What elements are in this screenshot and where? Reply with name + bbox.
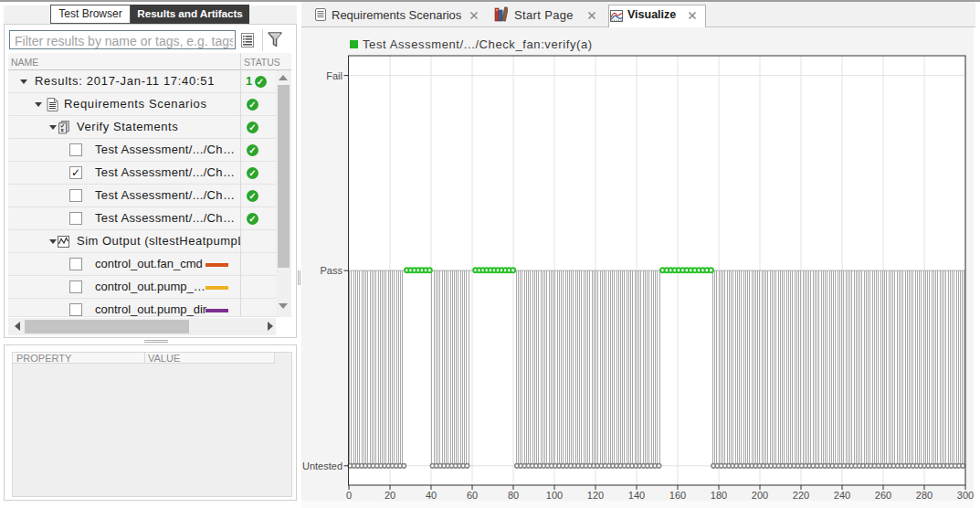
svg-text:280: 280 bbox=[916, 490, 933, 501]
svg-text:160: 160 bbox=[669, 490, 686, 501]
svg-text:80: 80 bbox=[508, 490, 519, 501]
svg-text:120: 120 bbox=[587, 490, 604, 501]
svg-text:Untested: Untested bbox=[302, 460, 342, 471]
svg-text:20: 20 bbox=[385, 490, 395, 501]
svg-text:Pass: Pass bbox=[321, 265, 343, 276]
svg-text:Fail: Fail bbox=[326, 70, 342, 81]
svg-text:180: 180 bbox=[711, 490, 727, 501]
svg-text:260: 260 bbox=[875, 490, 891, 501]
svg-text:100: 100 bbox=[546, 490, 563, 501]
svg-text:240: 240 bbox=[834, 490, 850, 501]
svg-text:140: 140 bbox=[628, 490, 645, 501]
svg-text:60: 60 bbox=[467, 490, 478, 501]
svg-text:200: 200 bbox=[752, 490, 768, 501]
svg-text:220: 220 bbox=[793, 490, 809, 501]
svg-text:40: 40 bbox=[426, 490, 437, 501]
svg-text:300: 300 bbox=[957, 490, 974, 501]
svg-text:0: 0 bbox=[346, 490, 352, 501]
